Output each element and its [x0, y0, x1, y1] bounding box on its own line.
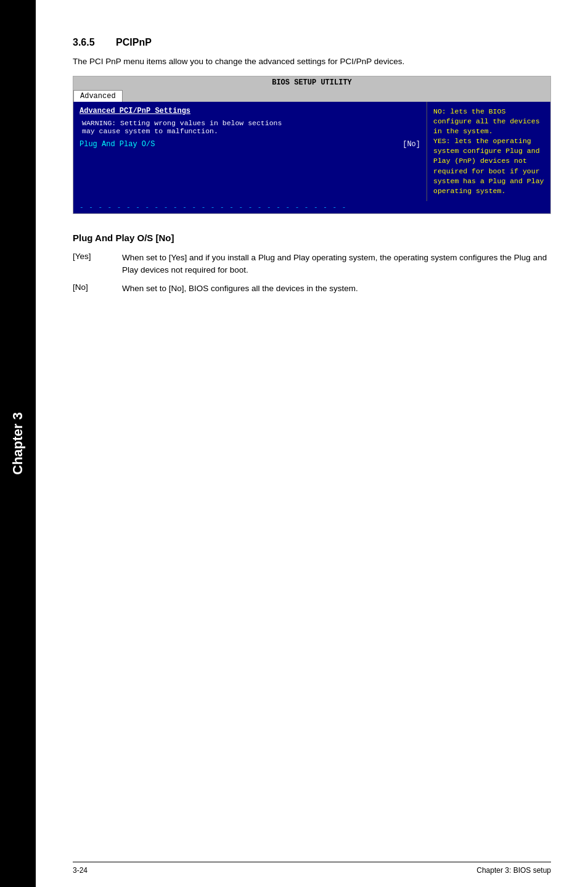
- intro-paragraph: The PCI PnP menu items allow you to chan…: [73, 57, 551, 66]
- main-content: 3.6.5 PCIPnP The PCI PnP menu items allo…: [36, 0, 588, 887]
- bios-item-value: [No]: [402, 140, 420, 149]
- bios-section-title: Advanced PCI/PnP Settings: [80, 107, 420, 115]
- bios-tab-row: Advanced: [73, 89, 550, 102]
- option-row-yes: [Yes] When set to [Yes] and if you insta…: [73, 252, 551, 277]
- section-number: 3.6.5: [73, 37, 95, 47]
- bios-header: BIOS SETUP UTILITY: [73, 76, 550, 89]
- bios-left-panel: Advanced PCI/PnP Settings WARNING: Setti…: [73, 102, 427, 201]
- bios-box: BIOS SETUP UTILITY Advanced Advanced PCI…: [73, 76, 551, 214]
- bios-right-panel: NO: lets the BIOS configure all the devi…: [427, 102, 550, 201]
- bios-help-text: NO: lets the BIOS configure all the devi…: [433, 107, 548, 195]
- option-row-no: [No] When set to [No], BIOS configures a…: [73, 283, 551, 295]
- option-desc-no: When set to [No], BIOS configures all th…: [122, 283, 551, 295]
- footer-chapter-label: Chapter 3: BIOS setup: [476, 866, 551, 875]
- bios-body: Advanced PCI/PnP Settings WARNING: Setti…: [73, 102, 550, 201]
- subsection-heading: Plug And Play O/S [No]: [73, 233, 551, 243]
- chapter-label: Chapter 3: [10, 412, 26, 474]
- bios-dashes: - - - - - - - - - - - - - - - - - - - - …: [73, 201, 550, 213]
- option-desc-yes: When set to [Yes] and if you install a P…: [122, 252, 551, 277]
- options-table: [Yes] When set to [Yes] and if you insta…: [73, 252, 551, 295]
- page-footer: 3-24 Chapter 3: BIOS setup: [73, 862, 551, 875]
- footer-page-number: 3-24: [73, 866, 88, 875]
- sidebar: Chapter 3: [0, 0, 36, 887]
- bios-item-plug-play: Plug And Play O/S [No]: [80, 140, 420, 149]
- option-key-yes: [Yes]: [73, 252, 122, 261]
- section-heading: 3.6.5 PCIPnP: [73, 37, 551, 48]
- option-key-no: [No]: [73, 283, 122, 292]
- bios-item-label: Plug And Play O/S: [80, 140, 390, 149]
- bios-tab-advanced[interactable]: Advanced: [73, 90, 123, 102]
- bios-warning-line1: WARNING: Setting wrong values in below s…: [82, 119, 420, 135]
- section-title: PCIPnP: [116, 37, 152, 47]
